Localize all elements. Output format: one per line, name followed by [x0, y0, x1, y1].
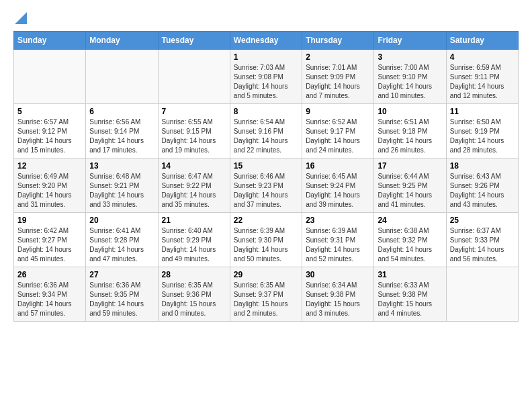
calendar-header: SundayMondayTuesdayWednesdayThursdayFrid… — [14, 32, 519, 50]
day-info: Sunrise: 6:43 AMSunset: 9:26 PMDaylight:… — [450, 172, 515, 210]
day-number: 17 — [378, 161, 442, 171]
day-info: Sunrise: 6:35 AMSunset: 9:37 PMDaylight:… — [234, 281, 298, 318]
day-info: Sunrise: 6:39 AMSunset: 9:30 PMDaylight:… — [234, 226, 298, 264]
day-number: 18 — [450, 161, 515, 171]
calendar-cell: 9Sunrise: 6:52 AMSunset: 9:17 PMDaylight… — [302, 104, 374, 158]
calendar-cell: 18Sunrise: 6:43 AMSunset: 9:26 PMDayligh… — [446, 158, 518, 213]
calendar-cell: 3Sunrise: 7:00 AMSunset: 9:10 PMDaylight… — [374, 50, 446, 104]
day-number: 13 — [89, 161, 154, 171]
day-info: Sunrise: 6:51 AMSunset: 9:18 PMDaylight:… — [378, 118, 442, 155]
day-info: Sunrise: 6:35 AMSunset: 9:36 PMDaylight:… — [162, 281, 226, 318]
calendar-cell: 30Sunrise: 6:34 AMSunset: 9:38 PMDayligh… — [302, 267, 374, 322]
calendar-table: SundayMondayTuesdayWednesdayThursdayFrid… — [13, 31, 519, 322]
header-cell-tuesday: Tuesday — [158, 32, 230, 50]
day-info: Sunrise: 6:40 AMSunset: 9:29 PMDaylight:… — [162, 226, 226, 264]
calendar-cell: 10Sunrise: 6:51 AMSunset: 9:18 PMDayligh… — [374, 104, 446, 158]
day-number: 3 — [378, 52, 442, 62]
day-info: Sunrise: 6:39 AMSunset: 9:31 PMDaylight:… — [306, 226, 370, 264]
calendar-body: 1Sunrise: 7:03 AMSunset: 9:08 PMDaylight… — [14, 50, 519, 322]
calendar-cell: 14Sunrise: 6:47 AMSunset: 9:22 PMDayligh… — [158, 158, 230, 213]
calendar-cell: 11Sunrise: 6:50 AMSunset: 9:19 PMDayligh… — [446, 104, 518, 158]
day-number: 14 — [162, 161, 226, 171]
calendar-cell: 29Sunrise: 6:35 AMSunset: 9:37 PMDayligh… — [230, 267, 302, 322]
calendar-cell — [14, 50, 86, 104]
calendar-cell — [446, 267, 518, 322]
header-cell-thursday: Thursday — [302, 32, 374, 50]
day-number: 4 — [450, 52, 515, 62]
day-number: 16 — [306, 161, 370, 171]
day-number: 15 — [234, 161, 298, 171]
day-number: 22 — [234, 216, 298, 225]
day-number: 23 — [306, 216, 370, 225]
day-info: Sunrise: 6:54 AMSunset: 9:16 PMDaylight:… — [234, 118, 298, 155]
day-info: Sunrise: 6:34 AMSunset: 9:38 PMDaylight:… — [306, 281, 370, 318]
calendar-cell — [158, 50, 230, 104]
day-number: 24 — [378, 216, 442, 225]
calendar-cell: 17Sunrise: 6:44 AMSunset: 9:25 PMDayligh… — [374, 158, 446, 213]
calendar-cell: 15Sunrise: 6:46 AMSunset: 9:23 PMDayligh… — [230, 158, 302, 213]
week-row-3: 12Sunrise: 6:49 AMSunset: 9:20 PMDayligh… — [14, 158, 519, 213]
day-number: 1 — [234, 52, 298, 62]
day-number: 9 — [306, 107, 370, 116]
calendar-cell: 19Sunrise: 6:42 AMSunset: 9:27 PMDayligh… — [14, 213, 86, 267]
day-info: Sunrise: 6:41 AMSunset: 9:28 PMDaylight:… — [89, 226, 154, 264]
day-info: Sunrise: 6:38 AMSunset: 9:32 PMDaylight:… — [378, 226, 442, 264]
calendar-cell — [86, 50, 158, 104]
day-info: Sunrise: 6:52 AMSunset: 9:17 PMDaylight:… — [306, 118, 370, 155]
calendar-cell: 27Sunrise: 6:36 AMSunset: 9:35 PMDayligh… — [86, 267, 158, 322]
calendar-cell: 5Sunrise: 6:57 AMSunset: 9:12 PMDaylight… — [14, 104, 86, 158]
day-number: 6 — [89, 107, 154, 116]
calendar-cell: 12Sunrise: 6:49 AMSunset: 9:20 PMDayligh… — [14, 158, 86, 213]
day-number: 12 — [17, 161, 82, 171]
week-row-2: 5Sunrise: 6:57 AMSunset: 9:12 PMDaylight… — [14, 104, 519, 158]
day-number: 19 — [17, 216, 82, 225]
day-info: Sunrise: 6:48 AMSunset: 9:21 PMDaylight:… — [89, 172, 154, 210]
day-number: 27 — [89, 270, 154, 279]
calendar-cell: 24Sunrise: 6:38 AMSunset: 9:32 PMDayligh… — [374, 213, 446, 267]
week-row-1: 1Sunrise: 7:03 AMSunset: 9:08 PMDaylight… — [14, 50, 519, 104]
calendar-cell: 22Sunrise: 6:39 AMSunset: 9:30 PMDayligh… — [230, 213, 302, 267]
day-number: 5 — [17, 107, 82, 116]
header-cell-sunday: Sunday — [14, 32, 86, 50]
header-cell-saturday: Saturday — [446, 32, 518, 50]
day-number: 8 — [234, 107, 298, 116]
calendar-cell: 23Sunrise: 6:39 AMSunset: 9:31 PMDayligh… — [302, 213, 374, 267]
day-info: Sunrise: 6:55 AMSunset: 9:15 PMDaylight:… — [162, 118, 226, 155]
day-number: 26 — [17, 270, 82, 279]
calendar-cell: 1Sunrise: 7:03 AMSunset: 9:08 PMDaylight… — [230, 50, 302, 104]
calendar-cell: 26Sunrise: 6:36 AMSunset: 9:34 PMDayligh… — [14, 267, 86, 322]
day-info: Sunrise: 6:37 AMSunset: 9:33 PMDaylight:… — [450, 226, 515, 264]
logo-icon — [15, 12, 27, 24]
day-number: 31 — [378, 270, 442, 279]
day-number: 10 — [378, 107, 442, 116]
day-info: Sunrise: 6:36 AMSunset: 9:35 PMDaylight:… — [89, 281, 154, 318]
day-info: Sunrise: 7:00 AMSunset: 9:10 PMDaylight:… — [378, 63, 442, 101]
calendar-cell: 16Sunrise: 6:45 AMSunset: 9:24 PMDayligh… — [302, 158, 374, 213]
calendar-cell: 6Sunrise: 6:56 AMSunset: 9:14 PMDaylight… — [86, 104, 158, 158]
day-info: Sunrise: 6:46 AMSunset: 9:23 PMDaylight:… — [234, 172, 298, 210]
week-row-5: 26Sunrise: 6:36 AMSunset: 9:34 PMDayligh… — [14, 267, 519, 322]
day-number: 21 — [162, 216, 226, 225]
day-info: Sunrise: 6:56 AMSunset: 9:14 PMDaylight:… — [89, 118, 154, 155]
week-row-4: 19Sunrise: 6:42 AMSunset: 9:27 PMDayligh… — [14, 213, 519, 267]
calendar-cell: 13Sunrise: 6:48 AMSunset: 9:21 PMDayligh… — [86, 158, 158, 213]
day-number: 20 — [89, 216, 154, 225]
day-info: Sunrise: 6:57 AMSunset: 9:12 PMDaylight:… — [17, 118, 82, 155]
logo — [13, 13, 27, 24]
day-number: 11 — [450, 107, 515, 116]
day-info: Sunrise: 7:01 AMSunset: 9:09 PMDaylight:… — [306, 63, 370, 101]
day-info: Sunrise: 6:50 AMSunset: 9:19 PMDaylight:… — [450, 118, 515, 155]
header-cell-monday: Monday — [86, 32, 158, 50]
header-row: SundayMondayTuesdayWednesdayThursdayFrid… — [14, 32, 519, 50]
calendar-cell: 20Sunrise: 6:41 AMSunset: 9:28 PMDayligh… — [86, 213, 158, 267]
day-info: Sunrise: 6:44 AMSunset: 9:25 PMDaylight:… — [378, 172, 442, 210]
day-info: Sunrise: 6:59 AMSunset: 9:11 PMDaylight:… — [450, 63, 515, 101]
day-number: 28 — [162, 270, 226, 279]
day-number: 29 — [234, 270, 298, 279]
day-info: Sunrise: 6:47 AMSunset: 9:22 PMDaylight:… — [162, 172, 226, 210]
day-number: 25 — [450, 216, 515, 225]
day-info: Sunrise: 6:49 AMSunset: 9:20 PMDaylight:… — [17, 172, 82, 210]
day-number: 7 — [162, 107, 226, 116]
day-number: 30 — [306, 270, 370, 279]
calendar-cell: 31Sunrise: 6:33 AMSunset: 9:38 PMDayligh… — [374, 267, 446, 322]
